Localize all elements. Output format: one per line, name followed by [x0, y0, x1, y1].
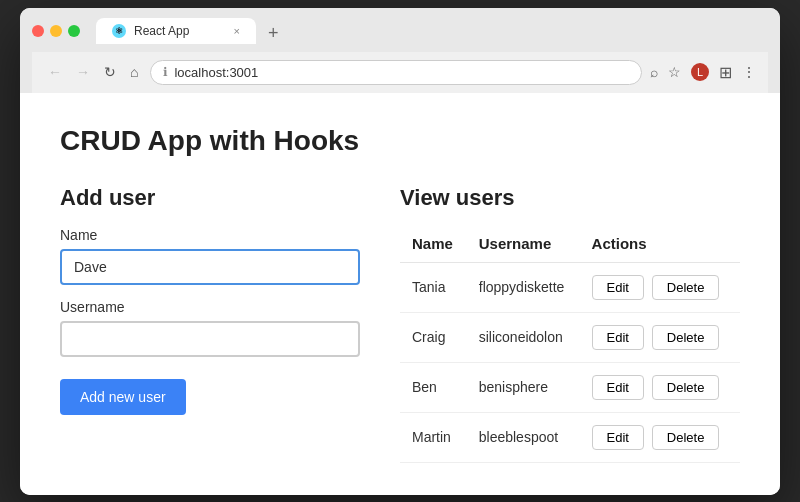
home-button[interactable]: ⌂ [126, 62, 142, 82]
edit-button[interactable]: Edit [592, 375, 644, 400]
table-row: Tania floppydiskette Edit Delete [400, 262, 740, 312]
extensions-icon[interactable]: ⊞ [719, 63, 732, 82]
users-table: Name Username Actions Tania floppydisket… [400, 227, 740, 463]
user-actions-cell: Edit Delete [580, 362, 740, 412]
user-actions-cell: Edit Delete [580, 262, 740, 312]
add-user-title: Add user [60, 185, 360, 211]
minimize-button[interactable] [50, 25, 62, 37]
back-button[interactable]: ← [44, 62, 66, 82]
name-input[interactable] [60, 249, 360, 285]
page-title: CRUD App with Hooks [60, 125, 740, 157]
user-username-cell: siliconeidolon [467, 312, 580, 362]
username-label: Username [60, 299, 360, 315]
tab-close-icon[interactable]: × [234, 25, 240, 37]
table-header: Name Username Actions [400, 227, 740, 263]
user-name-cell: Martin [400, 412, 467, 462]
delete-button[interactable]: Delete [652, 325, 720, 350]
user-actions-cell: Edit Delete [580, 412, 740, 462]
header-row: Name Username Actions [400, 227, 740, 263]
add-user-section: Add user Name Username Add new user [60, 185, 360, 463]
user-username-cell: floppydiskette [467, 262, 580, 312]
forward-button[interactable]: → [72, 62, 94, 82]
search-icon[interactable]: ⌕ [650, 64, 658, 80]
new-tab-button[interactable]: + [260, 23, 287, 44]
user-username-cell: bleeblespoot [467, 412, 580, 462]
delete-button[interactable]: Delete [652, 425, 720, 450]
browser-actions: ⌕ ☆ L ⊞ ⋮ [650, 63, 756, 82]
tabs-bar: ⚛ React App × + [96, 18, 287, 44]
table-row: Martin bleeblespoot Edit Delete [400, 412, 740, 462]
delete-button[interactable]: Delete [652, 375, 720, 400]
traffic-lights [32, 25, 80, 37]
tab-title: React App [134, 24, 189, 38]
edit-button[interactable]: Edit [592, 325, 644, 350]
delete-button[interactable]: Delete [652, 275, 720, 300]
tab-favicon: ⚛ [112, 24, 126, 38]
col-actions: Actions [580, 227, 740, 263]
user-name-cell: Ben [400, 362, 467, 412]
page-content: CRUD App with Hooks Add user Name Userna… [20, 93, 780, 495]
name-label: Name [60, 227, 360, 243]
profile-icon[interactable]: L [691, 63, 709, 81]
refresh-button[interactable]: ↻ [100, 62, 120, 82]
browser-chrome: ⚛ React App × + ← → ↻ ⌂ ℹ localhost:3001… [20, 8, 780, 93]
two-column-layout: Add user Name Username Add new user View… [60, 185, 740, 463]
edit-button[interactable]: Edit [592, 275, 644, 300]
view-users-section: View users Name Username Actions Tania f… [400, 185, 740, 463]
edit-button[interactable]: Edit [592, 425, 644, 450]
address-bar: ← → ↻ ⌂ ℹ localhost:3001 ⌕ ☆ L ⊞ ⋮ [32, 52, 768, 93]
nav-buttons: ← → ↻ ⌂ [44, 62, 142, 82]
active-tab[interactable]: ⚛ React App × [96, 18, 256, 44]
table-body: Tania floppydiskette Edit Delete Craig s… [400, 262, 740, 462]
table-row: Craig siliconeidolon Edit Delete [400, 312, 740, 362]
user-username-cell: benisphere [467, 362, 580, 412]
col-username: Username [467, 227, 580, 263]
name-form-group: Name [60, 227, 360, 285]
username-form-group: Username [60, 299, 360, 357]
table-row: Ben benisphere Edit Delete [400, 362, 740, 412]
add-new-user-button[interactable]: Add new user [60, 379, 186, 415]
url-bar[interactable]: ℹ localhost:3001 [150, 60, 642, 85]
view-users-title: View users [400, 185, 740, 211]
user-actions-cell: Edit Delete [580, 312, 740, 362]
browser-window: ⚛ React App × + ← → ↻ ⌂ ℹ localhost:3001… [20, 8, 780, 495]
user-name-cell: Craig [400, 312, 467, 362]
bookmark-icon[interactable]: ☆ [668, 64, 681, 80]
username-input[interactable] [60, 321, 360, 357]
lock-icon: ℹ [163, 65, 168, 79]
col-name: Name [400, 227, 467, 263]
close-button[interactable] [32, 25, 44, 37]
title-bar: ⚛ React App × + [32, 18, 768, 44]
user-name-cell: Tania [400, 262, 467, 312]
maximize-button[interactable] [68, 25, 80, 37]
url-text: localhost:3001 [174, 65, 258, 80]
menu-icon[interactable]: ⋮ [742, 64, 756, 80]
